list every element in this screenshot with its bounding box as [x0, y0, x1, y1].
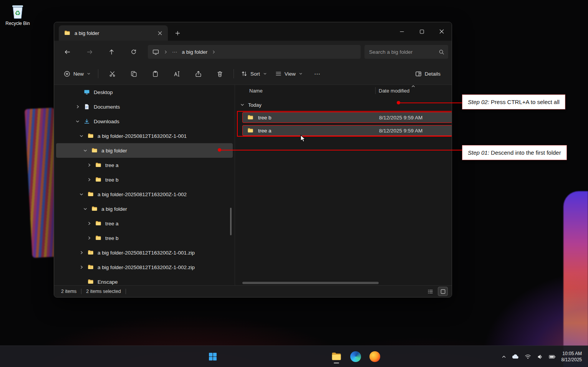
battery-icon[interactable]	[549, 354, 556, 359]
minimize-button[interactable]	[392, 22, 412, 41]
close-button[interactable]	[432, 22, 452, 41]
chevron-down-icon[interactable]	[78, 191, 84, 197]
onedrive-cloud-icon[interactable]	[512, 354, 519, 359]
sidebar-item-downloads[interactable]: Downloads	[56, 114, 233, 129]
chevron-right-icon[interactable]	[78, 250, 84, 256]
forward-button[interactable]	[83, 45, 96, 59]
folder-icon	[95, 220, 102, 226]
tab-a-big-folder[interactable]: a big folder	[59, 25, 168, 41]
copy-button[interactable]	[124, 66, 143, 81]
column-header-date-modified[interactable]: Date modified	[379, 88, 409, 94]
wifi-icon[interactable]	[525, 354, 531, 359]
chevron-down-icon[interactable]	[78, 133, 84, 139]
details-button-label: Details	[425, 71, 441, 77]
file-explorer-window: a big folder	[54, 22, 452, 298]
sort-button[interactable]: Sort	[237, 66, 271, 81]
chevron-down-icon[interactable]	[240, 103, 244, 107]
up-button[interactable]	[104, 45, 118, 59]
breadcrumb-ellipsis[interactable]: ⋯	[172, 49, 177, 55]
sidebar-item-a-big-folder[interactable]: a big folder	[56, 143, 233, 158]
hidden-icons-chevron-icon[interactable]	[502, 354, 506, 359]
sidebar-item-a-big-folder-20250812t163200z-1-002[interactable]: a big folder-20250812T163200Z-1-002	[56, 187, 233, 202]
horizontal-scrollbar[interactable]	[242, 282, 379, 284]
column-header-name[interactable]: Name	[249, 88, 263, 94]
new-button[interactable]: New	[60, 66, 95, 81]
column-divider[interactable]	[375, 87, 376, 94]
new-button-label: New	[73, 71, 84, 77]
sidebar-item-a-big-folder[interactable]: a big folder	[56, 202, 233, 216]
chevron-none-icon	[75, 89, 81, 95]
zip-icon	[88, 250, 94, 256]
search-icon[interactable]	[439, 49, 444, 55]
more-options-icon[interactable]: ⋯	[308, 66, 327, 81]
sidebar-item-label: a big folder-20250812T163200Z-1-002	[98, 192, 187, 197]
back-button[interactable]	[60, 45, 74, 59]
refresh-button[interactable]	[127, 45, 141, 59]
step1-callout: Step 01: Descend into the first folder	[462, 145, 567, 160]
group-header-today[interactable]: Today	[237, 99, 262, 110]
sidebar-item-a-big-folder-20250812t163200z-1-002-zip[interactable]: a big folder-20250812T163200Z-1-002.zip	[56, 260, 233, 274]
file-row-tree-b[interactable]: tree b8/12/2025 9:59 AM	[242, 112, 452, 123]
chevron-right-icon[interactable]	[86, 220, 92, 226]
chevron-down-icon[interactable]	[82, 147, 88, 154]
step2-callout-line	[400, 102, 462, 103]
sidebar-item-tree-a[interactable]: tree a	[56, 158, 233, 172]
search-box[interactable]	[364, 45, 448, 59]
chevron-right-icon[interactable]	[75, 104, 81, 110]
sidebar-item-a-big-folder-20250812t163200z-1-001[interactable]: a big folder-20250812T163200Z-1-001	[56, 129, 233, 143]
delete-button[interactable]	[210, 66, 229, 81]
cut-button[interactable]	[103, 66, 121, 81]
sidebar-scrollbar[interactable]	[230, 208, 232, 235]
large-icons-view-toggle[interactable]	[438, 287, 448, 296]
view-button[interactable]: View	[271, 66, 307, 81]
group-label: Today	[248, 102, 262, 108]
details-view-toggle[interactable]	[425, 287, 435, 296]
taskbar: Search 10:05 AM 8/12/2025	[0, 346, 588, 367]
start-button[interactable]	[205, 349, 220, 364]
address-bar[interactable]: ⋯ a big folder	[148, 45, 361, 59]
clock-date: 8/12/2025	[561, 357, 582, 363]
file-name: tree a	[258, 128, 272, 134]
chevron-right-icon[interactable]	[212, 50, 215, 54]
chevron-right-icon[interactable]	[86, 177, 92, 183]
sidebar-item-documents[interactable]: Documents	[56, 99, 233, 114]
taskbar-file-explorer-icon[interactable]	[329, 349, 344, 364]
plus-circle-icon	[64, 71, 70, 77]
folder-icon	[91, 147, 98, 154]
taskbar-firefox-icon[interactable]	[367, 349, 383, 364]
sidebar-item-tree-a[interactable]: tree a	[56, 216, 233, 231]
taskbar-edge-icon[interactable]	[348, 349, 363, 364]
chevron-right-icon[interactable]	[78, 264, 84, 270]
volume-icon[interactable]	[537, 354, 543, 360]
taskbar-clock[interactable]: 10:05 AM 8/12/2025	[561, 350, 582, 363]
sidebar-item-a-big-folder-20250812t163200z-1-001-zip[interactable]: a big folder-20250812T163200Z-1-001.zip	[56, 245, 233, 260]
active-app-indicator	[334, 362, 339, 364]
share-button[interactable]	[189, 66, 207, 81]
this-pc-icon[interactable]	[152, 49, 159, 55]
tab-close-icon[interactable]	[156, 29, 164, 37]
status-bar: 2 items 2 items selected	[54, 285, 452, 297]
sidebar-item-desktop[interactable]: Desktop	[56, 85, 233, 99]
rename-button[interactable]	[167, 66, 186, 81]
details-button[interactable]: Details	[411, 66, 445, 81]
chevron-down-icon[interactable]	[75, 118, 81, 124]
folder-icon	[95, 235, 102, 241]
sidebar-item-tree-b[interactable]: tree b	[56, 172, 233, 187]
breadcrumb-a-big-folder[interactable]: a big folder	[182, 49, 208, 55]
chevron-down-icon	[87, 72, 91, 76]
file-row-tree-a[interactable]: tree a8/12/2025 9:59 AM	[242, 125, 452, 136]
paste-button[interactable]	[146, 66, 164, 81]
chevron-right-icon[interactable]	[86, 235, 92, 241]
folder-icon	[95, 177, 102, 183]
maximize-button[interactable]	[412, 22, 432, 41]
new-tab-button[interactable]	[171, 26, 184, 40]
sidebar-item-label: a big folder	[101, 148, 127, 154]
chevron-right-icon[interactable]	[86, 162, 92, 168]
sidebar-item-enscape[interactable]: Enscape	[56, 274, 233, 285]
search-input[interactable]	[369, 49, 439, 55]
chevron-down-icon[interactable]	[82, 206, 88, 212]
sidebar-item-tree-b[interactable]: tree b	[56, 231, 233, 245]
explorer-content: DesktopDocumentsDownloadsa big folder-20…	[54, 85, 452, 285]
recycle-bin-shortcut[interactable]: ♻ Recycle Bin	[5, 3, 31, 26]
folder-icon	[95, 162, 102, 168]
